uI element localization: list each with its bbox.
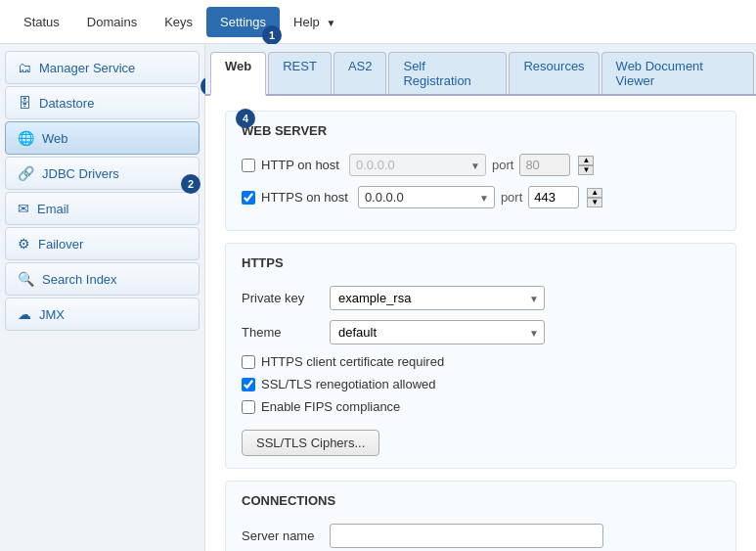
- https-section: HTTPS Private key example_rsa Theme defa…: [225, 243, 736, 469]
- top-nav: Status Domains Keys Settings Help ▼ 1: [0, 0, 756, 44]
- jmx-icon: ☁: [18, 306, 31, 322]
- nav-keys[interactable]: Keys: [151, 7, 206, 37]
- tab-self-registration[interactable]: Self Registration: [388, 52, 507, 94]
- http-on-host-checkbox[interactable]: [242, 159, 255, 172]
- https-host-label[interactable]: HTTPS on host: [242, 190, 348, 205]
- ssl-tls-label: SSL/TLS renegotiation allowed: [261, 377, 436, 391]
- sidebar-item-failover[interactable]: ⚙ Failover: [5, 227, 200, 260]
- sidebar-item-jmx[interactable]: ☁ JMX: [5, 298, 200, 331]
- main-layout: 3 🗂 Manager Service 🗄 Datastore 🌐 Web 2 …: [0, 44, 756, 551]
- connections-header: CONNECTIONS: [242, 493, 720, 512]
- fips-checkbox[interactable]: [242, 400, 255, 414]
- https-port-up[interactable]: ▲: [587, 188, 602, 198]
- fips-row: Enable FIPS compliance: [242, 399, 720, 414]
- https-port-down[interactable]: ▼: [587, 198, 602, 207]
- fips-label: Enable FIPS compliance: [261, 399, 400, 414]
- ssl-tls-checkbox[interactable]: [242, 378, 255, 391]
- http-host-label[interactable]: HTTP on host: [242, 158, 339, 172]
- ssl-tls-row: SSL/TLS renegotiation allowed: [242, 377, 720, 391]
- tab-rest[interactable]: REST: [268, 52, 332, 94]
- http-port-down[interactable]: ▼: [578, 165, 594, 175]
- web-server-section: WEB SERVER HTTP on host 0.0.0.0 port: [225, 111, 736, 231]
- tab-bar: Web REST AS2 Self Registration Resources…: [205, 44, 756, 96]
- https-port-spinner: ▲ ▼: [587, 188, 602, 207]
- content-area: Web REST AS2 Self Registration Resources…: [205, 44, 756, 551]
- client-cert-label: HTTPS client certificate required: [261, 354, 444, 369]
- nav-domains[interactable]: Domains: [73, 7, 151, 37]
- web-icon: 🌐: [18, 130, 34, 146]
- https-on-host-checkbox[interactable]: [242, 191, 255, 205]
- client-cert-row: HTTPS client certificate required: [242, 354, 720, 369]
- theme-select-wrap: default: [330, 320, 545, 344]
- connections-section: CONNECTIONS Server name: [225, 481, 736, 551]
- server-name-input[interactable]: [330, 524, 603, 548]
- server-name-label: Server name: [242, 528, 330, 543]
- web-server-header: WEB SERVER: [242, 123, 720, 142]
- datastore-icon: 🗄: [18, 95, 31, 111]
- http-port-spinner: ▲ ▼: [578, 156, 594, 175]
- theme-label: Theme: [242, 325, 330, 340]
- server-name-row: Server name: [242, 524, 720, 548]
- https-ip-select-wrap: 0.0.0.0: [358, 186, 495, 208]
- http-ip-select[interactable]: 0.0.0.0: [349, 154, 486, 176]
- https-ip-select[interactable]: 0.0.0.0: [358, 186, 495, 208]
- private-key-label: Private key: [242, 291, 330, 305]
- sidebar-item-email[interactable]: ✉ Email: [5, 192, 200, 225]
- theme-row: Theme default: [242, 320, 720, 344]
- badge-1: 1: [262, 25, 282, 45]
- https-port-input[interactable]: [528, 186, 579, 208]
- nav-status[interactable]: Status: [10, 7, 73, 37]
- private-key-select[interactable]: example_rsa: [330, 286, 545, 310]
- tab-resources[interactable]: Resources: [509, 52, 599, 94]
- tab-web-document-viewer[interactable]: Web Document Viewer: [601, 52, 754, 94]
- tab-as2[interactable]: AS2: [334, 52, 387, 94]
- jdbc-icon: 🔗: [18, 165, 34, 181]
- nav-help[interactable]: Help ▼: [280, 7, 349, 37]
- ssl-tls-ciphers-button[interactable]: SSL/TLS Ciphers...: [242, 430, 379, 456]
- failover-icon: ⚙: [18, 236, 30, 252]
- http-port-up[interactable]: ▲: [578, 156, 594, 165]
- badge-4: 4: [236, 109, 255, 128]
- http-ip-select-wrap: 0.0.0.0: [349, 154, 486, 176]
- sidebar-item-manager-service[interactable]: 🗂 Manager Service: [5, 51, 200, 84]
- sidebar-item-web[interactable]: 🌐 Web 2: [5, 121, 200, 155]
- theme-select[interactable]: default: [330, 320, 545, 344]
- badge-2: 2: [181, 174, 200, 194]
- sidebar-item-jdbc[interactable]: 🔗 JDBC Drivers: [5, 157, 200, 190]
- manager-service-icon: 🗂: [18, 60, 31, 75]
- client-cert-checkbox[interactable]: [242, 355, 255, 369]
- https-ip-group: 0.0.0.0 port ▲ ▼: [358, 186, 602, 208]
- http-port-input[interactable]: [519, 154, 570, 176]
- private-key-select-wrap: example_rsa: [330, 286, 545, 310]
- search-index-icon: 🔍: [18, 271, 34, 287]
- sidebar: 3 🗂 Manager Service 🗄 Datastore 🌐 Web 2 …: [0, 44, 205, 551]
- http-host-row: HTTP on host 0.0.0.0 port ▲ ▼: [242, 154, 720, 176]
- https-host-row: HTTPS on host 0.0.0.0 port ▲ ▼: [242, 186, 720, 208]
- https-port-label: port: [501, 190, 522, 205]
- https-header: HTTPS: [242, 255, 720, 274]
- sidebar-item-datastore[interactable]: 🗄 Datastore: [5, 86, 200, 119]
- email-icon: ✉: [18, 201, 29, 216]
- form-content: WEB SERVER HTTP on host 0.0.0.0 port: [205, 96, 756, 551]
- http-ip-group: 0.0.0.0 port ▲ ▼: [349, 154, 594, 176]
- sidebar-item-search-index[interactable]: 🔍 Search Index: [5, 262, 200, 296]
- private-key-row: Private key example_rsa: [242, 286, 720, 310]
- http-port-label: port: [492, 158, 513, 172]
- tab-web[interactable]: Web: [210, 52, 266, 96]
- help-arrow-icon: ▼: [326, 18, 335, 28]
